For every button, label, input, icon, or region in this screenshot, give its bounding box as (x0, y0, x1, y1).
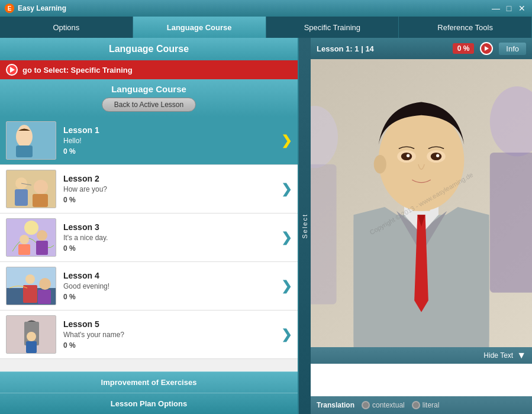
lesson-1-progress: 0 % (63, 147, 276, 156)
lesson-thumbnail-1 (6, 121, 56, 160)
lesson-item-5[interactable]: Lesson 5 What's your name? 0 % ❯ (0, 310, 298, 359)
lesson-item-1[interactable]: Lesson 1 Hello! 0 % ❯ (0, 117, 298, 165)
right-header: Lesson 1: 1 | 14 0 % Info (311, 38, 532, 59)
tab-specific-training[interactable]: Specific Training (266, 17, 399, 38)
lesson-4-thumbnail-svg (7, 267, 56, 305)
literal-radio-group[interactable]: literal (412, 401, 440, 409)
translation-bar: Translation contextual literal (311, 396, 532, 414)
lesson-3-progress: 0 % (63, 244, 276, 253)
lesson-info-3: Lesson 3 It's a nice day. 0 % (63, 222, 276, 253)
lesson-1-subtitle: Hello! (63, 137, 276, 145)
maximize-button[interactable]: □ (504, 3, 514, 14)
info-button[interactable]: Info (499, 43, 526, 55)
svg-rect-6 (15, 189, 28, 206)
lesson-header-label: Lesson 1: 1 | 14 (317, 44, 374, 53)
lesson-3-subtitle: It's a nice day. (63, 234, 276, 242)
lesson-image-area: Copyright © 2013 - www.easylearning.de (311, 59, 532, 347)
svg-rect-21 (38, 290, 51, 304)
main-content: Language Course go to Select: Specific T… (0, 38, 532, 414)
title-bar: E Easy Learning — □ ✕ (0, 0, 532, 17)
lesson-2-title: Lesson 2 (63, 174, 276, 183)
hide-text-bar: Hide Text ▼ (311, 347, 532, 364)
lesson-5-subtitle: What's your name? (63, 331, 276, 339)
lesson-item-2[interactable]: Lesson 2 How are you? 0 % ❯ (0, 165, 298, 214)
minimize-button[interactable]: — (491, 3, 501, 14)
svg-rect-19 (23, 285, 37, 303)
lesson-5-arrow-icon: ❯ (276, 327, 292, 342)
tab-language-course-label: Language Course (167, 23, 232, 32)
contextual-radio[interactable] (362, 401, 370, 409)
app-title: Easy Learning (18, 4, 66, 12)
lesson-info-5: Lesson 5 What's your name? 0 % (63, 319, 276, 350)
svg-point-18 (25, 274, 35, 284)
svg-point-20 (39, 278, 51, 290)
tab-reference-tools-label: Reference Tools (437, 23, 493, 32)
lesson-1-title: Lesson 1 (63, 125, 276, 135)
svg-point-39 (407, 154, 410, 157)
lesson-2-subtitle: How are you? (63, 185, 276, 193)
contextual-label: contextual (372, 401, 405, 409)
goto-bar[interactable]: go to Select: Specific Training (0, 60, 298, 79)
lesson-2-progress: 0 % (63, 196, 276, 204)
lesson-3-title: Lesson 3 (63, 222, 276, 232)
lesson-2-thumbnail-svg (7, 170, 56, 208)
title-bar-left: E Easy Learning (5, 4, 66, 13)
svg-point-34 (374, 155, 386, 174)
course-section: Language Course Back to Active Lesson (0, 79, 298, 117)
lesson-3-thumbnail-svg (7, 219, 56, 257)
close-button[interactable]: ✕ (517, 3, 527, 14)
lesson-4-title: Lesson 4 (63, 271, 276, 280)
hide-text-arrow-icon: ▼ (517, 350, 526, 361)
goto-play-icon (6, 64, 18, 76)
panel-header: Language Course (0, 38, 298, 60)
svg-point-14 (37, 230, 47, 241)
svg-point-37 (401, 153, 412, 160)
lesson-thumbnail-3 (6, 218, 56, 257)
translation-label: Translation (317, 401, 354, 409)
literal-label: literal (423, 401, 440, 409)
left-panel: Language Course go to Select: Specific T… (0, 38, 299, 414)
svg-point-24 (27, 332, 36, 341)
tab-options-label: Options (53, 23, 79, 32)
svg-point-7 (34, 180, 48, 194)
svg-rect-30 (311, 164, 337, 305)
lesson-info-4: Lesson 4 Good evening! 0 % (63, 271, 276, 301)
lesson-4-progress: 0 % (63, 293, 276, 301)
hide-text-label[interactable]: Hide Text (483, 351, 513, 360)
lesson-info-1: Lesson 1 Hello! 0 % (63, 125, 276, 156)
svg-rect-28 (490, 153, 532, 293)
svg-rect-2 (16, 145, 33, 157)
back-to-active-lesson-button[interactable]: Back to Active Lesson (102, 98, 196, 112)
lesson-thumbnail-5 (6, 315, 56, 354)
tab-language-course[interactable]: Language Course (133, 17, 266, 38)
lesson-progress-badge: 0 % (453, 43, 475, 54)
lesson-1-thumbnail-svg (7, 122, 56, 160)
svg-point-12 (20, 235, 29, 244)
lesson-list: Lesson 1 Hello! 0 % ❯ (0, 117, 298, 371)
tab-options[interactable]: Options (0, 17, 133, 38)
window-controls: — □ ✕ (491, 3, 527, 14)
svg-rect-15 (36, 241, 48, 255)
lesson-4-subtitle: Good evening! (63, 282, 276, 290)
lesson-item-3[interactable]: Lesson 3 It's a nice day. 0 % ❯ (0, 214, 298, 262)
lesson-thumbnail-4 (6, 267, 56, 305)
svg-point-33 (379, 110, 465, 211)
svg-point-40 (436, 154, 439, 157)
svg-rect-25 (26, 341, 37, 353)
lesson-item-4[interactable]: Lesson 4 Good evening! 0 % ❯ (0, 262, 298, 310)
panel-title: Language Course (109, 44, 189, 54)
literal-radio[interactable] (412, 401, 420, 409)
goto-text: go to Select: Specific Training (22, 66, 133, 75)
tab-reference-tools[interactable]: Reference Tools (399, 17, 532, 38)
course-section-title: Language Course (5, 84, 293, 94)
lesson-2-arrow-icon: ❯ (276, 182, 292, 197)
nav-tabs: Options Language Course Specific Trainin… (0, 17, 532, 38)
svg-point-11 (24, 221, 38, 235)
svg-rect-8 (33, 194, 48, 207)
contextual-radio-group[interactable]: contextual (362, 401, 405, 409)
lesson-play-button[interactable] (480, 42, 493, 55)
svg-rect-13 (18, 244, 30, 255)
lesson-plan-options-button[interactable]: Lesson Plan Options (0, 393, 298, 414)
improvement-of-exercises-button[interactable]: Improvement of Exercises (0, 371, 298, 393)
lesson-5-thumbnail-svg (7, 316, 56, 354)
